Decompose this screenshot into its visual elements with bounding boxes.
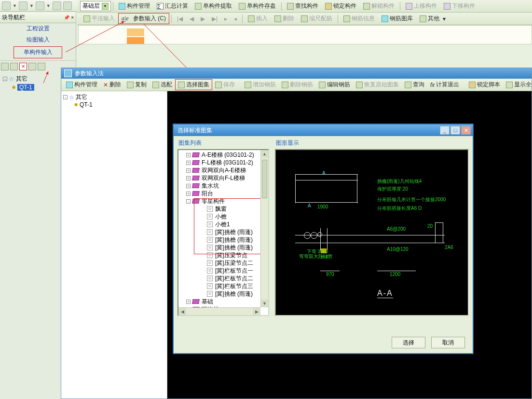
- save-icon[interactable]: [36, 1, 44, 10]
- atlas-tree-item[interactable]: 小檐: [179, 213, 267, 220]
- nav-icon-1[interactable]: [1, 63, 9, 70]
- redo-icon[interactable]: [63, 1, 72, 10]
- nav-item-project-settings[interactable]: 工程设置: [0, 23, 76, 34]
- minimize-button[interactable]: _: [440, 126, 450, 135]
- nav-back[interactable]: ◂: [231, 14, 240, 24]
- nav-icon-copy[interactable]: [28, 63, 36, 70]
- insert-button[interactable]: 插入: [245, 13, 271, 24]
- param-window-titlebar[interactable]: 参数输入法: [61, 68, 532, 79]
- pm-calc-exit[interactable]: fx计算退出: [427, 79, 462, 90]
- atlas-tree-item[interactable]: [冀]压梁节点二: [179, 259, 267, 267]
- vertical-scrollbar[interactable]: ▲▼: [260, 150, 268, 307]
- nav-prev[interactable]: ◀: [186, 14, 197, 24]
- pm-show-all[interactable]: 显示全图: [503, 79, 532, 90]
- atlas-tree-item[interactable]: [冀]栏板节点三: [179, 282, 267, 290]
- delete-button[interactable]: 删除: [271, 13, 298, 24]
- section-label: A-A: [377, 289, 393, 298]
- select-button[interactable]: 选择: [392, 337, 425, 348]
- nav-fwd[interactable]: ▸: [221, 14, 231, 24]
- param-tree-root[interactable]: -☆其它: [63, 93, 165, 101]
- param-tree-panel: -☆其它 ✸QT-1: [61, 91, 167, 399]
- other-button[interactable]: 其他 ▾: [416, 13, 449, 24]
- nav-panel-title: 块导航栏 📌 ×: [0, 13, 76, 23]
- active-tab-lower[interactable]: [127, 37, 144, 44]
- move-up-button[interactable]: 上移构件: [402, 0, 440, 12]
- param-tree-child[interactable]: ✸QT-1: [63, 101, 165, 108]
- dialog-title: 选择标准图集: [177, 126, 212, 135]
- atlas-tree[interactable]: +A-E楼梯 (03G101-2)+F-L楼梯 (03G101-2)+双网双向A…: [177, 149, 269, 316]
- flat-input-button[interactable]: 平法输入: [80, 13, 118, 24]
- nav-item-draw-input[interactable]: 绘图输入: [0, 34, 76, 45]
- sum-calc-button[interactable]: Σ汇总计算: [153, 0, 191, 12]
- atlas-tree-item[interactable]: +阳台: [179, 190, 267, 197]
- cancel-button[interactable]: 取消: [431, 337, 465, 348]
- find-item-button[interactable]: 查找构件: [284, 0, 322, 12]
- atlas-tree-item[interactable]: +集水坑: [179, 182, 267, 190]
- nav-icon-delete[interactable]: ✕: [19, 63, 27, 70]
- atlas-tree-item[interactable]: +双网双向F-L楼梯: [179, 174, 267, 182]
- atlas-list-label: 图集列表: [177, 138, 269, 149]
- atlas-tree-item[interactable]: [冀]挑檐 (雨蓬): [179, 290, 267, 298]
- layer-label: 基础层: [82, 2, 100, 10]
- pm-item-manage[interactable]: 构件管理: [63, 79, 100, 90]
- layer-selector[interactable]: 基础层 ▾: [80, 1, 111, 11]
- tab-strip: [78, 25, 532, 44]
- atlas-tree-item[interactable]: [冀]挑檐 (雨蓬): [179, 236, 267, 244]
- rebar-lib-button[interactable]: 钢筋图库: [378, 13, 416, 24]
- atlas-tree-item[interactable]: +双网双向A-E楼梯: [179, 166, 267, 174]
- nav-item-single-input[interactable]: 单构件输入: [14, 46, 62, 58]
- nav-icon-2[interactable]: [10, 63, 18, 70]
- unlock-item-button[interactable]: 解锁构件: [360, 0, 398, 12]
- atlas-tree-item[interactable]: 飘窗: [179, 205, 267, 213]
- lock-item-button[interactable]: 锁定构件: [322, 0, 360, 12]
- nav-next[interactable]: ▶: [197, 14, 208, 24]
- drawing-view-label: 图形显示: [275, 138, 469, 149]
- atlas-tree-item[interactable]: +F-L楼梯 (03G101-2): [179, 159, 267, 166]
- pm-select-atlas[interactable]: 选择图集: [175, 79, 212, 90]
- atlas-tree-item[interactable]: [冀]挑檐 (雨蓬): [179, 244, 267, 251]
- single-save-button[interactable]: 单构件存盘: [235, 0, 279, 12]
- pm-save[interactable]: 保存: [212, 79, 238, 90]
- dialog-titlebar[interactable]: 选择标准图集 _ □ ✕: [174, 124, 473, 136]
- atlas-tree-item[interactable]: [冀]栏板节点一: [179, 267, 267, 275]
- active-tab-upper[interactable]: [127, 28, 144, 36]
- pm-add-rebar[interactable]: 增加钢筋: [242, 79, 279, 90]
- param-window-title: 参数输入法: [75, 69, 104, 78]
- horizontal-scrollbar[interactable]: ◀▶: [178, 307, 260, 315]
- nav-last[interactable]: ▶|: [208, 14, 221, 24]
- atlas-tree-item[interactable]: -零星构件: [179, 197, 267, 205]
- atlas-tree-item[interactable]: [冀]栏板节点二: [179, 275, 267, 282]
- pm-edit-rebar[interactable]: 编辑钢筋: [316, 79, 353, 90]
- pm-copy[interactable]: 复制: [124, 79, 150, 90]
- atlas-tree-item[interactable]: [冀]挑檐 (雨蓬): [179, 228, 267, 236]
- new-icon[interactable]: [2, 1, 11, 10]
- pin-icon[interactable]: 📌 ×: [64, 15, 74, 20]
- nav-first[interactable]: |◀: [174, 14, 186, 24]
- pm-delete[interactable]: ✕删除: [100, 79, 124, 90]
- scale-rebar-button[interactable]: 缩尺配筋: [298, 13, 336, 24]
- pm-del-rebar[interactable]: 删除钢筋: [279, 79, 316, 90]
- open-icon[interactable]: [19, 1, 27, 10]
- select-atlas-dialog: 选择标准图集 _ □ ✕ 图集列表 +A-E楼梯 (03G101-2)+F-L楼…: [173, 124, 474, 354]
- single-extract-button[interactable]: 单构件提取: [191, 0, 235, 12]
- atlas-tree-item[interactable]: 小檐1: [179, 220, 267, 228]
- pm-restore[interactable]: 恢复原始图集: [353, 79, 402, 90]
- atlas-tree-item[interactable]: [冀]压梁节点: [179, 251, 267, 259]
- pm-query[interactable]: 查询: [402, 79, 427, 90]
- param-toolbar: 构件管理 ✕删除 复制 选配 选择图集 保存 增加钢筋 删除钢筋 编辑钢筋 恢复…: [61, 79, 532, 91]
- undo-icon[interactable]: [53, 1, 61, 10]
- atlas-tree-item[interactable]: +A-E楼梯 (03G101-2): [179, 151, 267, 159]
- maximize-button[interactable]: □: [450, 126, 460, 135]
- toolbar-row-2: 平法输入 a|e 参数输入 (C) |◀ ◀ ▶ ▶| ▸ ◂ 插入 删除 缩尺…: [77, 13, 532, 25]
- move-down-button[interactable]: 下移构件: [440, 0, 478, 12]
- rebar-info-button[interactable]: 钢筋信息: [340, 13, 378, 24]
- item-manage-button[interactable]: 构件管理: [115, 0, 153, 12]
- nav-icon-paste[interactable]: [38, 63, 45, 70]
- toolbar-row-1: 基础层 ▾ 构件管理 Σ汇总计算 单构件提取 单构件存盘 查找构件 锁定构件 解…: [77, 0, 532, 13]
- pm-match[interactable]: 选配: [150, 79, 175, 90]
- close-button[interactable]: ✕: [461, 126, 471, 135]
- param-input-button[interactable]: a|e 参数输入 (C): [118, 13, 169, 24]
- drawing-preview[interactable]: A A 1900 挑檐(雨蓬)几何站线4 保护层厚度:20 分布筋每几米计算一个…: [275, 149, 469, 316]
- pm-lock-script[interactable]: 锁定脚本: [466, 79, 503, 90]
- atlas-tree-item[interactable]: +基础: [179, 298, 267, 305]
